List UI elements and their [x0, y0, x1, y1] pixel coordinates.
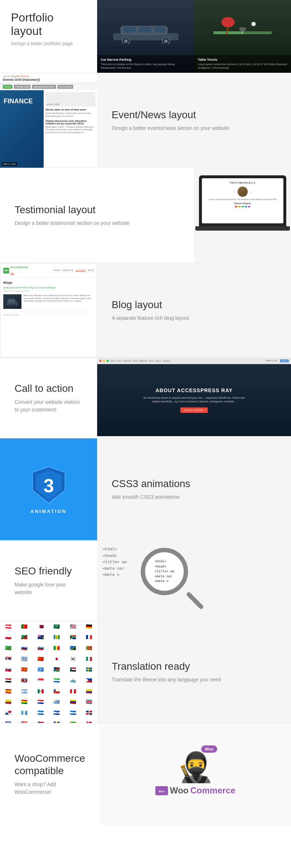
card2-body: Lorem ipsum comes from sections 1.10.32 … [198, 63, 287, 70]
dot-3 [242, 206, 244, 207]
flag-cell-11: 🇫🇷 [81, 632, 97, 643]
svg-point-4 [124, 39, 128, 43]
portfolio-card-1: Car Narrow Parking This book is a treati… [97, 0, 194, 73]
flag-cell-26: 🇸🇴 [32, 664, 49, 675]
flag-cell-37: 🇦🇷 [16, 686, 33, 697]
flag-cell-40: 🇵🇪 [65, 686, 81, 697]
translation-feature-row: 🇦🇹🇵🇹🇶🇦🇸🇦🇺🇸🇩🇪🇵🇱🇰🇳🇻🇬🇻🇨🇿🇦🇫🇷🇧🇷🇷🇺🇸🇮🇸🇳🇸🇧🇱🇰🇷🇸🇬🇷… [0, 621, 291, 723]
event-header: Home / Events Grid (m... Events Grid (ma… [0, 73, 97, 83]
blog-feature-row: AP AccessPress Ray HOME ABOUT US LAYOUTS… [0, 263, 291, 358]
testimonial-next-btn: › [251, 190, 252, 194]
testimonial-feature-row: Testimonial layout Design a better testi… [0, 168, 291, 263]
woocommerce-text-block: WooCommerce compatible Want a shop? Add … [0, 741, 100, 807]
card1-title: Car Narrow Parking [101, 58, 191, 61]
seo-image: <html> <head> <title> ww <meta nar <meta… [97, 541, 291, 621]
css3-description: Add smooth CSS3 animations [112, 493, 276, 501]
nav-icloud: iCloud [116, 360, 121, 362]
blog-post-title: Using AccessPress Ray for your website [3, 286, 94, 289]
css3-image: 3 ANIMATION [0, 438, 97, 540]
filter-order: Order [3, 85, 12, 89]
nav-about: ABOUT US [62, 269, 73, 272]
flag-cell-38: 🇲🇽 [32, 686, 49, 697]
flag-cell-10: 🇿🇦 [65, 632, 81, 643]
filter-alpha: Alphabetical Order [32, 85, 56, 89]
cta-read-more-btn[interactable]: READ MORE [180, 407, 208, 413]
flag-cell-6: 🇵🇱 [0, 632, 16, 643]
flag-cell-5: 🇩🇪 [81, 621, 97, 632]
blog-logo: AP AccessPress Ray [3, 266, 28, 275]
testimonial-prev-btn: ‹ [233, 190, 234, 194]
svg-rect-12 [240, 28, 246, 31]
woocommerce-description: Want a shop? Add WooCommerce! [15, 781, 85, 796]
blog-post-thumbnail [3, 294, 21, 309]
blog-description: A separate feature rich blog layout [112, 314, 276, 322]
table-tennis-svg [206, 9, 279, 46]
browser-chrome: Apple iCloud Facebook Twitter Wikipedia … [97, 358, 291, 364]
flag-cell-53: 🇩🇴 [81, 707, 97, 718]
flag-cell-31: 🇸🇿 [16, 675, 33, 686]
svg-rect-7 [139, 27, 151, 33]
css3-shield-svg: 3 [31, 465, 67, 505]
flag-cell-20: 🇨🇳 [32, 653, 49, 664]
flag-cell-13: 🇷🇺 [16, 642, 33, 653]
css3-feature-row: 3 ANIMATION CSS3 animations Add smooth C… [0, 438, 291, 540]
flag-cell-28: 🇸🇩 [65, 664, 81, 675]
flag-cell-42: 🇪🇨 [0, 697, 16, 708]
testimonial-description: Design a better testimonial section on y… [15, 219, 179, 227]
svg-text:3: 3 [43, 475, 54, 496]
flag-cell-30: 🇸🇾 [0, 675, 16, 686]
flag-cell-52: 🇳🇮 [65, 707, 81, 718]
browser-close [99, 360, 101, 362]
browser-maximize [107, 360, 109, 362]
flag-cell-54: 🇨🇺 [0, 718, 16, 723]
flag-cell-56: 🇹🇹 [32, 718, 49, 723]
flag-cell-33: 🇸🇱 [49, 675, 65, 686]
flag-cell-59: 🇩🇰 [81, 718, 97, 723]
dot-4 [245, 206, 247, 207]
css3-animation-label: ANIMATION [31, 509, 67, 514]
svg-point-18 [8, 304, 11, 306]
blog-content: Blogs Using AccessPress Ray for your web… [0, 278, 97, 319]
svg-rect-10 [214, 31, 243, 34]
flag-cell-50: 🇭🇳 [32, 707, 49, 718]
svg-point-19 [14, 304, 16, 306]
dot-1 [235, 206, 237, 207]
blog-section: Blogs [3, 281, 94, 284]
browser-tabs: Untitled 11.pdf Reader [265, 359, 289, 362]
flag-cell-55: 🇵🇷 [16, 718, 33, 723]
flag-cell-3: 🇸🇦 [49, 621, 65, 632]
cta-text-block: Call to action Convert your website visi… [0, 371, 97, 425]
event-headline2-block: Obama announces new education initiative… [45, 120, 95, 134]
css3-text-block: CSS3 animations Add smooth CSS3 animatio… [97, 467, 291, 512]
testimonial-title: Testimonial layout [15, 204, 179, 216]
event-headline1: Stocks falter at start of final week [45, 108, 95, 111]
blog-logo-text: AccessPress Ray [10, 266, 28, 275]
flag-cell-23: 🇮🇹 [81, 653, 97, 664]
flag-cell-9: 🇻🇨 [49, 632, 65, 643]
blog-post-date: Posted on October 9, 2014 [3, 290, 94, 292]
card1-body: This book is a treatise on the theory of… [101, 63, 191, 70]
filter-date: Event Date [57, 85, 73, 89]
portfolio-feature-row: Portfolio layout Design a better portfol… [0, 0, 291, 73]
seo-text-block: SEO friendly Make google love your websi… [0, 554, 97, 607]
testimonial-quote: r service and technical assistance!!! Th… [208, 198, 276, 201]
blog-posted-label: Posted in Blogs... [3, 312, 94, 316]
flag-cell-7: 🇰🇳 [16, 632, 33, 643]
testimonial-navigation: ‹ › [233, 187, 252, 197]
flag-cell-57: 🇧🇧 [49, 718, 65, 723]
woo-logo-icon: Woo [155, 786, 168, 795]
portfolio-description: Design a better portfolio page [11, 41, 86, 46]
cta-description: Convert your website visitors to your cu… [15, 398, 83, 414]
event-filters: Order Posted Date Alphabetical Order Eve… [0, 83, 97, 90]
magnifier-handle [186, 592, 204, 610]
dot-5 [248, 206, 250, 207]
translation-image: 🇦🇹🇵🇹🇶🇦🇸🇦🇺🇸🇩🇪🇵🇱🇰🇳🇻🇬🇻🇨🇿🇦🇫🇷🇧🇷🇷🇺🇸🇮🇸🇳🇸🇧🇱🇰🇷🇸🇬🇷… [0, 621, 97, 723]
flag-cell-36: 🇪🇸 [0, 686, 16, 697]
browser-minimize [103, 360, 105, 362]
svg-point-5 [164, 39, 168, 43]
flag-cell-29: 🇸🇪 [81, 664, 97, 675]
testimonial-name: Stefano Roganti [234, 202, 251, 204]
flag-cell-51: 🇸🇻 [49, 707, 65, 718]
event-content-area: FINANCE MAY 6, 2010 AUG 8, 2008 Stocks f… [0, 90, 97, 168]
flag-cell-39: 🇨🇱 [49, 686, 65, 697]
